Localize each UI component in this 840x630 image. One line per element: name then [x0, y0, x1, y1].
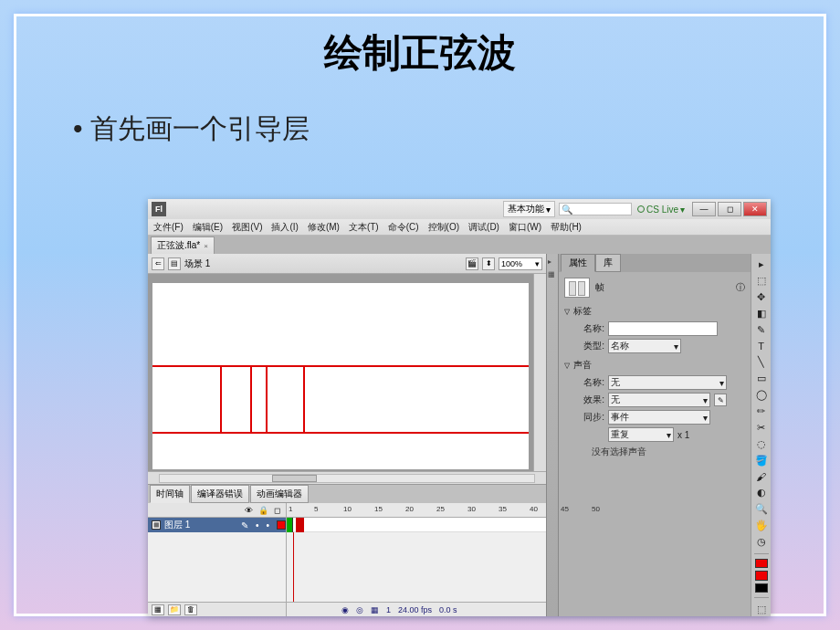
new-layer-button[interactable]: ▦	[152, 604, 164, 615]
layer-color-swatch[interactable]	[277, 520, 286, 530]
menu-view[interactable]: 视图(V)	[232, 221, 262, 234]
menu-edit[interactable]: 编辑(E)	[193, 221, 223, 234]
label-type-select[interactable]: 名称 ▾	[608, 339, 681, 353]
field-label: 效果:	[577, 394, 604, 406]
edit-effect-button[interactable]: ✎	[714, 394, 727, 406]
eyedropper-tool[interactable]: ◐	[754, 486, 769, 499]
sound-sync-select[interactable]: 事件 ▾	[608, 410, 710, 425]
cslive-button[interactable]: CS Live ▾	[637, 205, 685, 215]
edit-scene-icon[interactable]: 🎬	[466, 257, 478, 270]
new-folder-button[interactable]: 📁	[168, 604, 181, 615]
tab-properties[interactable]: 属性	[561, 254, 595, 272]
stroke-color-swatch[interactable]	[755, 559, 768, 569]
playhead[interactable]	[293, 532, 294, 602]
drawn-line	[250, 365, 252, 432]
tab-compiler-errors[interactable]: 编译器错误	[191, 485, 249, 503]
vertical-scrollbar[interactable]	[533, 274, 546, 471]
free-transform-tool[interactable]: ✥	[754, 290, 769, 304]
frame-row[interactable]	[287, 518, 546, 532]
maximize-button[interactable]: ◻	[718, 202, 741, 216]
document-tabs: 正弦波.fla* ×	[148, 236, 771, 254]
brush-tool[interactable]: ✂	[754, 421, 769, 435]
tab-timeline[interactable]: 时间轴	[150, 485, 190, 503]
playhead-head[interactable]	[296, 518, 304, 532]
close-icon[interactable]: ×	[204, 242, 208, 250]
selection-tool[interactable]: ▸	[754, 257, 769, 271]
menu-insert[interactable]: 插入(I)	[271, 221, 298, 234]
scene-icon[interactable]: ▤	[168, 257, 181, 270]
oval-tool[interactable]: ◯	[754, 388, 769, 402]
edit-symbol-icon[interactable]: ⬍	[482, 257, 495, 270]
stage[interactable]	[152, 283, 529, 469]
text-tool[interactable]: T	[754, 340, 769, 352]
menu-debug[interactable]: 调试(D)	[468, 221, 499, 234]
zoom-input[interactable]: 100% ▾	[499, 257, 542, 270]
menu-control[interactable]: 控制(O)	[428, 221, 459, 234]
frames-area[interactable]: 1 5 10 15 20 25 30 35 40 45 50	[287, 503, 546, 616]
paint-bucket-tool[interactable]: 🪣	[754, 454, 769, 467]
menu-help[interactable]: 帮助(H)	[551, 221, 582, 234]
scrollbar-thumb[interactable]	[272, 475, 317, 482]
options-icon[interactable]: ⬚	[754, 603, 769, 616]
menu-file[interactable]: 文件(F)	[153, 221, 184, 234]
frame-ruler[interactable]: 1 5 10 15 20 25 30 35 40 45 50	[287, 503, 546, 518]
info-icon[interactable]: ⓘ	[736, 281, 745, 294]
subselection-tool[interactable]: ⬚	[754, 274, 769, 288]
panel-icon[interactable]: ▦	[548, 270, 557, 279]
layer-row[interactable]: ▦ 图层 1 ✎ ••	[148, 518, 286, 532]
close-button[interactable]: ✕	[743, 202, 767, 216]
rectangle-tool[interactable]: ▭	[754, 372, 769, 385]
menu-modify[interactable]: 修改(M)	[308, 221, 340, 234]
tab-motion-editor[interactable]: 动画编辑器	[250, 485, 309, 503]
keyframe[interactable]	[287, 518, 293, 532]
selection-type: 帧	[595, 281, 604, 294]
panel-collapse-strip[interactable]: ▸ ▦	[546, 254, 559, 616]
fill-color-swatch[interactable]	[755, 571, 768, 581]
lasso-tool[interactable]: ◧	[754, 307, 769, 320]
tab-library[interactable]: 库	[595, 254, 621, 272]
default-colors-icon[interactable]	[755, 583, 768, 593]
menu-text[interactable]: 文本(T)	[349, 221, 379, 234]
zoom-tool[interactable]: ◷	[754, 535, 769, 549]
horizontal-scrollbar[interactable]	[148, 471, 546, 484]
hand-tool[interactable]: 🖐	[754, 519, 769, 532]
canvas-area	[148, 274, 546, 484]
document-tab-label: 正弦波.fla*	[157, 239, 200, 252]
sound-effect-select[interactable]: 无 ▾	[608, 393, 710, 407]
section-sound: 声音	[573, 359, 592, 372]
outline-icon[interactable]: ◻	[274, 506, 280, 515]
pencil-tool[interactable]: ✏	[754, 404, 769, 418]
minimize-button[interactable]: —	[692, 202, 716, 216]
menu-window[interactable]: 窗口(W)	[509, 221, 541, 234]
search-input[interactable]: 🔍	[559, 203, 632, 215]
fps-label: 24.00 fps	[398, 605, 432, 614]
pen-tool[interactable]: ✎	[754, 323, 769, 337]
lock-icon[interactable]: 🔒	[258, 506, 268, 515]
ink-bottle-tool[interactable]: 🖌	[754, 470, 769, 483]
main-area: ⇐ ▤ 场景 1 🎬 ⬍ 100% ▾	[148, 254, 771, 616]
delete-layer-button[interactable]: 🗑	[184, 604, 197, 615]
onion-outline-icon[interactable]: ◎	[356, 605, 363, 614]
workspace-dropdown[interactable]: 基本功能 ▾	[503, 201, 555, 217]
sound-name-select[interactable]: 无 ▾	[608, 375, 727, 390]
edit-multi-icon[interactable]: ▦	[371, 605, 379, 614]
menu-command[interactable]: 命令(C)	[388, 221, 419, 234]
deco-tool[interactable]: ◌	[754, 437, 769, 451]
twisty-icon[interactable]: ▽	[564, 362, 570, 370]
sound-repeat-select[interactable]: 重复 ▾	[608, 427, 674, 442]
flash-window: Fl 基本功能 ▾ 🔍 CS Live ▾ — ◻ ✕ 文件(F) 编	[148, 199, 771, 616]
field-label: 名称:	[577, 376, 604, 389]
line-tool[interactable]: ╲	[754, 355, 769, 369]
expand-icon[interactable]: ▸	[548, 257, 557, 267]
eye-icon[interactable]: 👁	[245, 506, 253, 515]
search-icon: 🔍	[562, 205, 572, 215]
label-name-input[interactable]	[608, 321, 718, 336]
left-column: ⇐ ▤ 场景 1 🎬 ⬍ 100% ▾	[148, 254, 546, 616]
twisty-icon[interactable]: ▽	[564, 308, 570, 316]
onion-skin-icon[interactable]: ◉	[341, 605, 349, 614]
document-tab[interactable]: 正弦波.fla* ×	[151, 236, 215, 254]
back-icon[interactable]: ⇐	[152, 257, 164, 270]
eraser-tool[interactable]: 🔍	[754, 502, 769, 516]
drawn-line	[303, 365, 305, 432]
layer-icon: ▦	[152, 520, 161, 530]
